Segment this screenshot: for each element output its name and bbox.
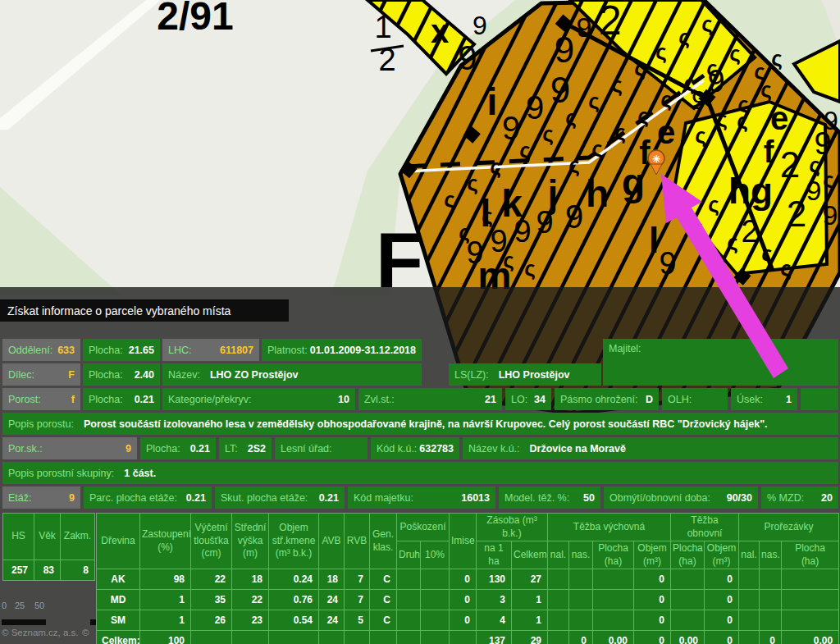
field-value: 611807 xyxy=(220,345,253,356)
table-row: 257 83 8 xyxy=(3,560,95,581)
stand-subheader: 10% xyxy=(421,541,450,569)
stand-cell xyxy=(739,569,760,590)
field-label: Popis porostní skupiny: xyxy=(8,468,114,479)
stand-cell: C xyxy=(370,590,397,610)
field-label: Majitel: xyxy=(609,343,641,354)
map-parcel-label: 9 xyxy=(692,85,706,115)
stand-header: Těžba obnovní xyxy=(671,514,739,541)
stand-cell xyxy=(319,631,345,644)
map-hook-symbol: ς xyxy=(708,192,719,217)
stand-cell: 3 xyxy=(477,590,512,610)
field-dilec: Dílec: F xyxy=(2,363,80,386)
map-parcel-label: x xyxy=(431,13,449,49)
stand-cell xyxy=(548,610,569,631)
field-label: LO: xyxy=(511,394,527,405)
stand-header: Zásoba (m³ b.k.) xyxy=(477,514,548,541)
stand-cell xyxy=(421,631,450,644)
map-hook-symbol: ς xyxy=(490,154,501,179)
stand-cell: 0 xyxy=(705,590,739,610)
table-row: AK9822180.24187C01302700 xyxy=(97,569,839,590)
stand-cell xyxy=(397,610,421,631)
field-olh: OLH: xyxy=(662,388,728,410)
stand-cell xyxy=(739,610,760,631)
field-label: Popis porostu: xyxy=(8,418,74,430)
map-parcel-label: l xyxy=(649,220,659,260)
map-hook-symbol: ς xyxy=(637,103,649,128)
map-parcel-label: 9 xyxy=(550,70,570,110)
map-hook-symbol: ς xyxy=(754,59,765,84)
scale-tick: 50 xyxy=(34,601,44,610)
field-lhc: LHC: 611807 xyxy=(162,339,259,361)
map-parcel-label: g xyxy=(622,161,645,203)
stand-cell xyxy=(739,590,760,610)
stand-header: HS xyxy=(3,514,34,560)
scale-tick: 25 xyxy=(15,601,25,610)
field-label: Porost: xyxy=(8,394,41,405)
stand-cell: 130 xyxy=(477,569,512,590)
stand-header: Střední výška (m) xyxy=(232,514,269,569)
stand-subheader: Plocha (ha) xyxy=(671,541,705,569)
stand-cell: 1 xyxy=(140,610,191,631)
field-nazev: Název: LHO ZO Prostějov xyxy=(162,363,422,386)
map-hook-symbol: ς xyxy=(701,11,713,36)
stand-cell: 83 xyxy=(34,560,61,581)
map-parcel-label: 2 xyxy=(787,194,806,234)
stand-header: Imise xyxy=(450,514,477,569)
field-label: Plocha: xyxy=(89,345,123,356)
stand-header: AVB xyxy=(319,514,345,569)
stand-cell xyxy=(397,590,421,610)
stand-cell: 26 xyxy=(191,610,232,631)
field-label: Název k.ú.: xyxy=(468,443,520,454)
field-value: 50 xyxy=(583,492,595,504)
stand-cell xyxy=(782,590,839,610)
map-parcel-label: 2 xyxy=(741,214,758,249)
map-parcel-label: 9 xyxy=(502,110,520,146)
stand-cell: 5 xyxy=(345,610,370,631)
stand-cell: 100 xyxy=(140,631,191,644)
map-parcel-label: 9 xyxy=(824,106,838,135)
stand-cell xyxy=(548,631,569,644)
stand-cell xyxy=(760,610,782,631)
field-lo: LO: 34 xyxy=(505,388,551,410)
field-label: Model. těž. %: xyxy=(504,492,569,504)
map-hook-symbol: ς xyxy=(568,153,580,177)
field-platnost: Platnost: 01.01.2009-31.12.2018 xyxy=(262,339,422,361)
field-value: 633 xyxy=(57,345,75,356)
map-parcel-label: 9 xyxy=(659,246,676,281)
field-label: % MZD: xyxy=(767,492,804,504)
stand-cell: 29 xyxy=(512,631,548,644)
field-etaz: Etáž: 9 xyxy=(2,486,80,509)
map-hook-symbol: ς xyxy=(655,39,667,64)
stand-subheader: nas. xyxy=(760,541,782,569)
field-usek: Úsek: 1 xyxy=(731,388,797,410)
field-empty xyxy=(801,388,838,410)
map-hook-symbol: ς xyxy=(695,123,706,148)
stand-cell xyxy=(593,569,634,590)
stand-cell xyxy=(548,569,569,590)
field-label: Obmýtí/obnovní doba: xyxy=(609,492,710,504)
field-label: Parc. plocha etáže: xyxy=(89,492,177,504)
field-label: Por.sk.: xyxy=(8,443,43,454)
stand-cell: 23 xyxy=(232,610,269,631)
field-value: 01.01.2009-31.12.2018 xyxy=(310,345,416,356)
map-parcel-label: 9 xyxy=(472,11,487,40)
field-value: 90/30 xyxy=(727,492,752,504)
stand-cell: 18 xyxy=(319,569,345,590)
species-detail-table: DřevinaZastoupení (%)Výčetní tloušťka (c… xyxy=(96,513,839,644)
field-label: Skut. plocha etáže: xyxy=(221,492,308,504)
map-hook-symbol: ς xyxy=(591,136,603,161)
stand-cell: 0 xyxy=(634,569,671,590)
stand-cell: 1 xyxy=(512,610,548,631)
stand-cell xyxy=(671,610,705,631)
map-hook-symbol: ς xyxy=(761,241,773,266)
stand-cell: 0 xyxy=(450,610,477,631)
field-label: Kód majetku: xyxy=(354,492,413,504)
stand-cell: 0.00 xyxy=(671,631,705,644)
stand-cell xyxy=(569,610,593,631)
map-parcel-label: 2 xyxy=(378,43,395,77)
stand-cell: 257 xyxy=(3,560,34,581)
map-hook-symbol: ς xyxy=(729,41,741,66)
map-hook-symbol: ς xyxy=(692,215,703,240)
field-label: Kód k.ú.: xyxy=(377,443,417,454)
field-popis-porostu: Popis porostu: Porost součástí izolované… xyxy=(2,413,838,435)
